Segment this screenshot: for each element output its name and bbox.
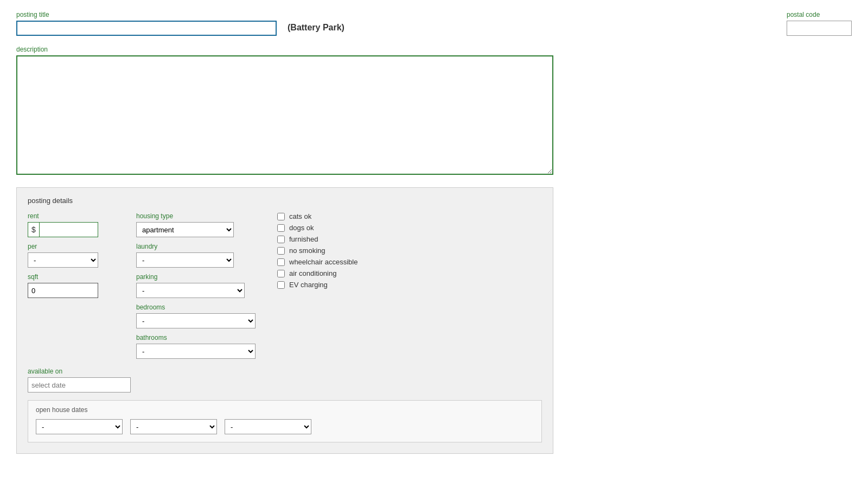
section-title: posting details: [28, 197, 542, 205]
postal-code-group: postal code: [787, 11, 852, 36]
parking-group: parking - carport attached garage detach…: [136, 273, 256, 298]
laundry-label: laundry: [136, 243, 256, 250]
parking-label: parking: [136, 273, 256, 281]
checkbox-dogs-ok: dogs ok: [277, 224, 397, 232]
rent-input[interactable]: [40, 226, 88, 234]
air-conditioning-checkbox[interactable]: [277, 270, 285, 277]
available-on-label: available on: [28, 368, 542, 375]
bathrooms-label: bathrooms: [136, 334, 256, 341]
available-on-input[interactable]: [28, 377, 131, 393]
furnished-checkbox[interactable]: [277, 236, 285, 243]
dogs-ok-checkbox[interactable]: [277, 224, 285, 232]
description-section: description: [16, 46, 852, 176]
per-select[interactable]: - month week day: [28, 252, 98, 268]
sqft-input[interactable]: [28, 283, 98, 298]
no-smoking-label: no smoking: [289, 246, 325, 255]
location-label: (Battery Park): [288, 23, 776, 33]
posting-title-label: posting title: [16, 11, 277, 18]
housing-type-label: housing type: [136, 212, 256, 220]
rent-dollar-symbol: $: [28, 223, 40, 237]
page-container: posting title (Battery Park) postal code…: [0, 0, 868, 465]
col-middle: housing type apartment house condo townh…: [136, 212, 256, 359]
checkbox-furnished: furnished: [277, 235, 397, 243]
sqft-group: sqft: [28, 273, 114, 298]
housing-type-group: housing type apartment house condo townh…: [136, 212, 256, 237]
col-left: rent $ per - month week day: [28, 212, 114, 298]
open-house-select-1[interactable]: -: [36, 419, 123, 434]
checkbox-no-smoking: no smoking: [277, 246, 397, 255]
rent-group: rent $: [28, 212, 114, 237]
checkbox-ev-charging: EV charging: [277, 281, 397, 289]
postal-code-input[interactable]: [787, 21, 852, 36]
bathrooms-group: bathrooms - 1 1.5 2 2.5 3 3.5 4 4.5 5+: [136, 334, 256, 359]
posting-title-group: posting title: [16, 11, 277, 36]
cats-ok-label: cats ok: [289, 212, 311, 220]
available-on-group: available on: [28, 368, 542, 393]
bedrooms-label: bedrooms: [136, 303, 256, 311]
checkbox-wheelchair-accessible: wheelchair accessible: [277, 258, 397, 266]
bathrooms-select[interactable]: - 1 1.5 2 2.5 3 3.5 4 4.5 5+: [136, 344, 256, 359]
open-house-title: open house dates: [36, 406, 534, 414]
dogs-ok-label: dogs ok: [289, 224, 314, 232]
wheelchair-accessible-checkbox[interactable]: [277, 258, 285, 266]
per-group: per - month week day: [28, 243, 114, 268]
sqft-label: sqft: [28, 273, 114, 281]
laundry-select[interactable]: - w/d in unit w/d hookups laundry in bld…: [136, 252, 234, 268]
open-house-dropdowns: - - -: [36, 419, 534, 434]
parking-select[interactable]: - carport attached garage detached garag…: [136, 283, 245, 298]
ev-charging-label: EV charging: [289, 281, 328, 289]
posting-details-section: posting details rent $ per - month we: [16, 187, 553, 454]
air-conditioning-label: air conditioning: [289, 269, 336, 277]
ev-charging-checkbox[interactable]: [277, 281, 285, 289]
postal-code-label: postal code: [787, 11, 852, 18]
bedrooms-select[interactable]: - studio 1 2 3 4 5 6 7+: [136, 313, 256, 328]
furnished-label: furnished: [289, 235, 318, 243]
bedrooms-group: bedrooms - studio 1 2 3 4 5 6 7+: [136, 303, 256, 328]
cats-ok-checkbox[interactable]: [277, 213, 285, 220]
open-house-select-2[interactable]: -: [130, 419, 217, 434]
rent-label: rent: [28, 212, 114, 220]
per-label: per: [28, 243, 114, 250]
checkbox-cats-ok: cats ok: [277, 212, 397, 220]
description-label: description: [16, 46, 852, 53]
wheelchair-accessible-label: wheelchair accessible: [289, 258, 358, 266]
no-smoking-checkbox[interactable]: [277, 247, 285, 255]
open-house-section: open house dates - - -: [28, 400, 542, 442]
top-row: posting title (Battery Park) postal code: [16, 11, 852, 36]
description-textarea[interactable]: [16, 55, 553, 175]
laundry-group: laundry - w/d in unit w/d hookups laundr…: [136, 243, 256, 268]
col-right: cats ok dogs ok furnished no smoking whe…: [277, 212, 397, 289]
details-grid: rent $ per - month week day: [28, 212, 542, 359]
housing-type-select[interactable]: apartment house condo townhouse studio r…: [136, 222, 234, 237]
rent-input-wrap: $: [28, 222, 98, 237]
open-house-select-3[interactable]: -: [225, 419, 311, 434]
posting-title-input[interactable]: [16, 21, 277, 36]
checkbox-air-conditioning: air conditioning: [277, 269, 397, 277]
